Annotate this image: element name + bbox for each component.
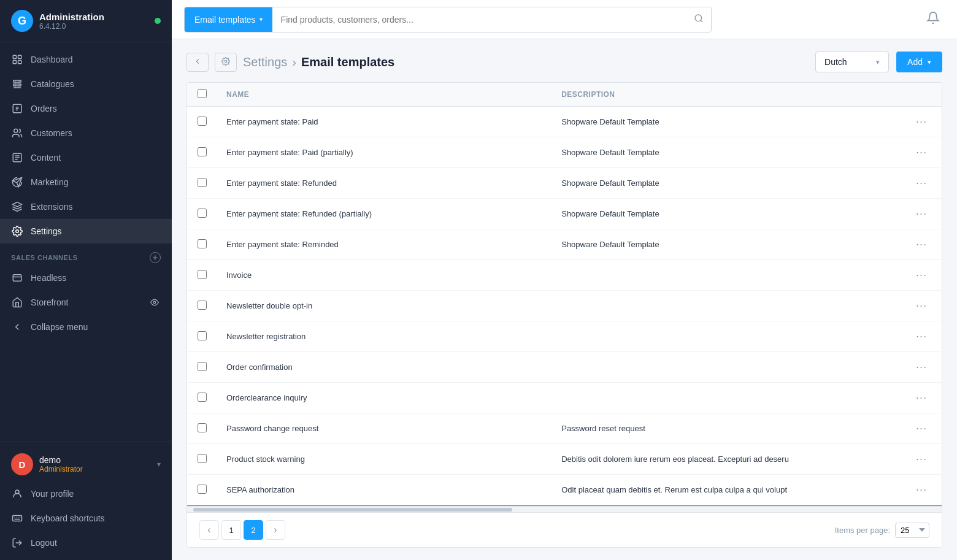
row-checkbox-cell: [187, 137, 217, 168]
row-checkbox[interactable]: [198, 209, 207, 218]
table-row[interactable]: Password change requestPassword reset re…: [187, 413, 942, 444]
row-checkbox[interactable]: [198, 147, 207, 156]
sidebar-item-label: Logout: [31, 538, 57, 548]
next-page-button[interactable]: ›: [266, 520, 285, 540]
svg-rect-1: [18, 55, 21, 58]
row-more-button[interactable]: ···: [911, 237, 932, 252]
search-category-chevron-icon: ▾: [259, 16, 263, 23]
sidebar-item-headless[interactable]: Headless: [0, 266, 172, 290]
sidebar-item-content[interactable]: Content: [0, 145, 172, 170]
sidebar-item-customers[interactable]: Customers: [0, 121, 172, 145]
app-logo: G: [11, 10, 33, 32]
sidebar-item-catalogues[interactable]: Catalogues: [0, 72, 172, 96]
sidebar-item-dashboard[interactable]: Dashboard: [0, 47, 172, 72]
user-avatar: D: [11, 453, 33, 475]
row-checkbox[interactable]: [198, 485, 207, 494]
items-per-page: Items per page: 25 50 100: [835, 523, 929, 538]
row-more-button[interactable]: ···: [911, 421, 932, 436]
row-checkbox[interactable]: [198, 423, 207, 432]
table-row[interactable]: Enter payment state: PaidShopware Defaul…: [187, 107, 942, 137]
sidebar: G Administration 6.4.12.0 Dashboard Cata…: [0, 0, 172, 560]
add-button[interactable]: Add ▾: [896, 52, 942, 72]
row-actions-cell: ···: [901, 137, 942, 168]
col-description: Description: [552, 83, 901, 107]
table-row[interactable]: Order confirmation···: [187, 352, 942, 383]
row-more-button[interactable]: ···: [911, 329, 932, 344]
horizontal-scrollbar[interactable]: [187, 506, 942, 512]
table-row[interactable]: Newsletter registration···: [187, 321, 942, 352]
row-more-button[interactable]: ···: [911, 145, 932, 160]
row-more-button[interactable]: ···: [911, 451, 932, 467]
table-row[interactable]: Newsletter double opt-in···: [187, 291, 942, 321]
sidebar-item-orders[interactable]: Orders: [0, 96, 172, 121]
settings-button[interactable]: [215, 53, 237, 72]
search-button[interactable]: [686, 13, 711, 26]
table-row[interactable]: Invoice···: [187, 260, 942, 291]
row-more-button[interactable]: ···: [911, 390, 932, 405]
row-checkbox[interactable]: [198, 362, 207, 371]
dashboard-icon: [11, 53, 23, 66]
table-row[interactable]: Enter payment state: Paid (partially)Sho…: [187, 137, 942, 168]
row-more-button[interactable]: ···: [911, 206, 932, 221]
sidebar-item-extensions[interactable]: Extensions: [0, 194, 172, 219]
search-category-button[interactable]: Email templates ▾: [185, 7, 272, 32]
row-description: Password reset request: [552, 413, 901, 444]
row-checkbox[interactable]: [198, 270, 207, 279]
table-row[interactable]: Product stock warningDebitis odit dolore…: [187, 444, 942, 475]
breadcrumb: Settings › Email templates: [243, 55, 394, 69]
row-checkbox-cell: [187, 475, 217, 505]
language-dropdown[interactable]: Dutch ▾: [815, 52, 889, 72]
row-more-button[interactable]: ···: [911, 359, 932, 375]
sidebar-item-your-profile[interactable]: Your profile: [0, 481, 172, 506]
table-row[interactable]: SEPA authorizationOdit placeat quam debi…: [187, 475, 942, 505]
row-actions-cell: ···: [901, 107, 942, 137]
row-checkbox[interactable]: [198, 393, 207, 402]
sidebar-item-marketing[interactable]: Marketing: [0, 170, 172, 194]
row-more-button[interactable]: ···: [911, 175, 932, 191]
row-checkbox[interactable]: [198, 178, 207, 187]
row-more-button[interactable]: ···: [911, 482, 932, 497]
row-more-button[interactable]: ···: [911, 298, 932, 313]
sidebar-item-label: Catalogues: [31, 79, 74, 89]
page-1-button[interactable]: 1: [221, 520, 241, 540]
row-more-button[interactable]: ···: [911, 114, 932, 129]
row-checkbox[interactable]: [198, 117, 207, 126]
add-sales-channel-button[interactable]: +: [150, 252, 161, 263]
row-checkbox-cell: [187, 352, 217, 383]
row-name: Enter payment state: Paid (partially): [217, 137, 552, 168]
row-checkbox[interactable]: [198, 331, 207, 340]
prev-page-button[interactable]: ‹: [199, 520, 219, 540]
back-button[interactable]: [186, 53, 209, 72]
notifications-button[interactable]: [921, 9, 945, 30]
sidebar-item-settings[interactable]: Settings: [0, 219, 172, 244]
sidebar-item-label: Collapse menu: [31, 322, 88, 332]
storefront-icon: [11, 296, 23, 309]
per-page-select[interactable]: 25 50 100: [895, 523, 929, 538]
row-name: Invoice: [217, 260, 552, 291]
sidebar-item-storefront[interactable]: Storefront: [0, 290, 172, 315]
table-row[interactable]: Orderclearance inquiry···: [187, 383, 942, 413]
lang-chevron-icon: ▾: [876, 58, 880, 66]
row-checkbox[interactable]: [198, 239, 207, 248]
search-input[interactable]: [272, 15, 686, 25]
table-scroll-area[interactable]: Name Description Enter payment state: Pa…: [187, 83, 942, 506]
row-checkbox-cell: [187, 413, 217, 444]
orders-icon: [11, 102, 23, 115]
row-name: Enter payment state: Refunded (partially…: [217, 199, 552, 229]
page-2-button[interactable]: 2: [244, 520, 263, 540]
sidebar-item-label: Orders: [31, 104, 57, 113]
sidebar-item-logout[interactable]: Logout: [0, 531, 172, 555]
table-row[interactable]: Enter payment state: RemindedShopware De…: [187, 229, 942, 260]
svg-rect-8: [13, 275, 21, 282]
table-row[interactable]: Enter payment state: RefundedShopware De…: [187, 168, 942, 199]
topbar-right: [921, 9, 945, 30]
select-all-checkbox[interactable]: [198, 89, 207, 98]
pagination-bar: ‹ 1 2 › Items per page: 25 50 100: [187, 512, 942, 547]
row-checkbox[interactable]: [198, 301, 207, 310]
row-more-button[interactable]: ···: [911, 267, 932, 283]
sidebar-item-keyboard-shortcuts[interactable]: Keyboard shortcuts: [0, 506, 172, 531]
table-row[interactable]: Enter payment state: Refunded (partially…: [187, 199, 942, 229]
sidebar-user-profile[interactable]: D demo Administrator ▾: [0, 447, 172, 481]
row-checkbox[interactable]: [198, 454, 207, 463]
sidebar-item-collapse[interactable]: Collapse menu: [0, 315, 172, 339]
